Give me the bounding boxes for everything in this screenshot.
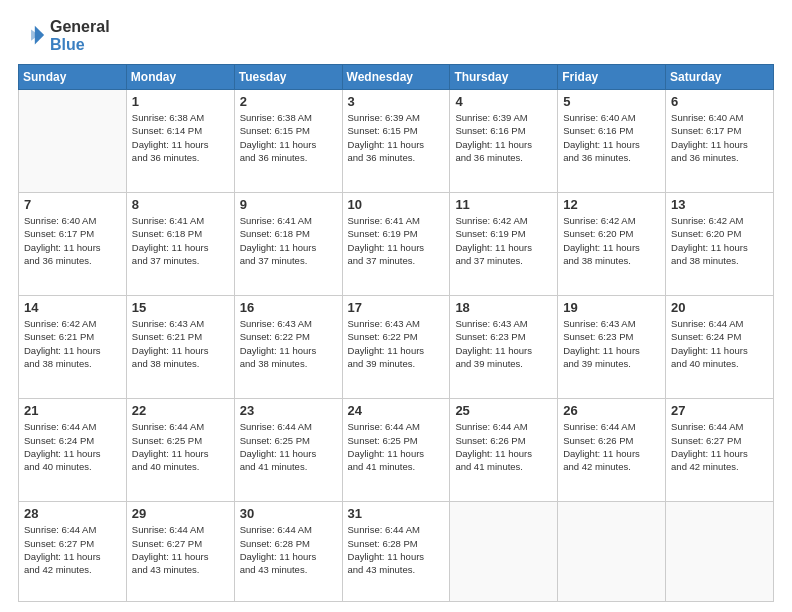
day-info: Sunrise: 6:43 AM Sunset: 6:23 PM Dayligh…	[455, 317, 552, 370]
day-info: Sunrise: 6:43 AM Sunset: 6:22 PM Dayligh…	[348, 317, 445, 370]
calendar-cell: 14Sunrise: 6:42 AM Sunset: 6:21 PM Dayli…	[19, 296, 127, 399]
day-info: Sunrise: 6:44 AM Sunset: 6:27 PM Dayligh…	[671, 420, 768, 473]
day-number: 5	[563, 94, 660, 109]
day-info: Sunrise: 6:41 AM Sunset: 6:19 PM Dayligh…	[348, 214, 445, 267]
calendar-cell: 18Sunrise: 6:43 AM Sunset: 6:23 PM Dayli…	[450, 296, 558, 399]
calendar-cell: 30Sunrise: 6:44 AM Sunset: 6:28 PM Dayli…	[234, 502, 342, 602]
day-number: 8	[132, 197, 229, 212]
day-number: 18	[455, 300, 552, 315]
day-info: Sunrise: 6:44 AM Sunset: 6:25 PM Dayligh…	[132, 420, 229, 473]
weekday-header-sunday: Sunday	[19, 65, 127, 90]
weekday-header-wednesday: Wednesday	[342, 65, 450, 90]
day-info: Sunrise: 6:44 AM Sunset: 6:27 PM Dayligh…	[132, 523, 229, 576]
calendar-cell	[666, 502, 774, 602]
day-number: 3	[348, 94, 445, 109]
day-info: Sunrise: 6:44 AM Sunset: 6:28 PM Dayligh…	[348, 523, 445, 576]
calendar-table: SundayMondayTuesdayWednesdayThursdayFrid…	[18, 64, 774, 602]
day-info: Sunrise: 6:38 AM Sunset: 6:15 PM Dayligh…	[240, 111, 337, 164]
calendar-cell: 4Sunrise: 6:39 AM Sunset: 6:16 PM Daylig…	[450, 90, 558, 193]
day-info: Sunrise: 6:40 AM Sunset: 6:17 PM Dayligh…	[24, 214, 121, 267]
day-number: 13	[671, 197, 768, 212]
day-number: 19	[563, 300, 660, 315]
day-info: Sunrise: 6:38 AM Sunset: 6:14 PM Dayligh…	[132, 111, 229, 164]
day-number: 30	[240, 506, 337, 521]
calendar-week-row: 14Sunrise: 6:42 AM Sunset: 6:21 PM Dayli…	[19, 296, 774, 399]
day-number: 24	[348, 403, 445, 418]
day-number: 16	[240, 300, 337, 315]
day-number: 7	[24, 197, 121, 212]
calendar-cell: 5Sunrise: 6:40 AM Sunset: 6:16 PM Daylig…	[558, 90, 666, 193]
calendar-cell: 12Sunrise: 6:42 AM Sunset: 6:20 PM Dayli…	[558, 193, 666, 296]
day-number: 31	[348, 506, 445, 521]
calendar-cell: 15Sunrise: 6:43 AM Sunset: 6:21 PM Dayli…	[126, 296, 234, 399]
day-info: Sunrise: 6:42 AM Sunset: 6:20 PM Dayligh…	[563, 214, 660, 267]
weekday-header-tuesday: Tuesday	[234, 65, 342, 90]
calendar-cell: 27Sunrise: 6:44 AM Sunset: 6:27 PM Dayli…	[666, 399, 774, 502]
day-info: Sunrise: 6:42 AM Sunset: 6:20 PM Dayligh…	[671, 214, 768, 267]
day-info: Sunrise: 6:42 AM Sunset: 6:21 PM Dayligh…	[24, 317, 121, 370]
day-number: 1	[132, 94, 229, 109]
day-number: 12	[563, 197, 660, 212]
calendar-cell: 7Sunrise: 6:40 AM Sunset: 6:17 PM Daylig…	[19, 193, 127, 296]
calendar-cell: 13Sunrise: 6:42 AM Sunset: 6:20 PM Dayli…	[666, 193, 774, 296]
calendar-cell: 8Sunrise: 6:41 AM Sunset: 6:18 PM Daylig…	[126, 193, 234, 296]
calendar-cell: 3Sunrise: 6:39 AM Sunset: 6:15 PM Daylig…	[342, 90, 450, 193]
day-info: Sunrise: 6:44 AM Sunset: 6:26 PM Dayligh…	[455, 420, 552, 473]
day-number: 23	[240, 403, 337, 418]
day-info: Sunrise: 6:40 AM Sunset: 6:17 PM Dayligh…	[671, 111, 768, 164]
day-number: 9	[240, 197, 337, 212]
weekday-header-saturday: Saturday	[666, 65, 774, 90]
calendar-cell: 24Sunrise: 6:44 AM Sunset: 6:25 PM Dayli…	[342, 399, 450, 502]
day-number: 27	[671, 403, 768, 418]
day-info: Sunrise: 6:44 AM Sunset: 6:25 PM Dayligh…	[240, 420, 337, 473]
logo: General Blue	[18, 18, 110, 54]
calendar-cell: 1Sunrise: 6:38 AM Sunset: 6:14 PM Daylig…	[126, 90, 234, 193]
day-number: 22	[132, 403, 229, 418]
calendar-cell	[450, 502, 558, 602]
page: General Blue SundayMondayTuesdayWednesda…	[0, 0, 792, 612]
day-info: Sunrise: 6:40 AM Sunset: 6:16 PM Dayligh…	[563, 111, 660, 164]
calendar-cell: 28Sunrise: 6:44 AM Sunset: 6:27 PM Dayli…	[19, 502, 127, 602]
day-info: Sunrise: 6:43 AM Sunset: 6:21 PM Dayligh…	[132, 317, 229, 370]
calendar-cell: 25Sunrise: 6:44 AM Sunset: 6:26 PM Dayli…	[450, 399, 558, 502]
calendar-cell: 2Sunrise: 6:38 AM Sunset: 6:15 PM Daylig…	[234, 90, 342, 193]
calendar-header-row: SundayMondayTuesdayWednesdayThursdayFrid…	[19, 65, 774, 90]
day-info: Sunrise: 6:44 AM Sunset: 6:24 PM Dayligh…	[24, 420, 121, 473]
day-info: Sunrise: 6:39 AM Sunset: 6:16 PM Dayligh…	[455, 111, 552, 164]
calendar-cell: 9Sunrise: 6:41 AM Sunset: 6:18 PM Daylig…	[234, 193, 342, 296]
calendar-cell: 23Sunrise: 6:44 AM Sunset: 6:25 PM Dayli…	[234, 399, 342, 502]
calendar-cell	[19, 90, 127, 193]
day-number: 28	[24, 506, 121, 521]
calendar-cell: 22Sunrise: 6:44 AM Sunset: 6:25 PM Dayli…	[126, 399, 234, 502]
calendar-cell: 6Sunrise: 6:40 AM Sunset: 6:17 PM Daylig…	[666, 90, 774, 193]
day-info: Sunrise: 6:39 AM Sunset: 6:15 PM Dayligh…	[348, 111, 445, 164]
day-info: Sunrise: 6:43 AM Sunset: 6:22 PM Dayligh…	[240, 317, 337, 370]
day-number: 11	[455, 197, 552, 212]
weekday-header-friday: Friday	[558, 65, 666, 90]
day-info: Sunrise: 6:43 AM Sunset: 6:23 PM Dayligh…	[563, 317, 660, 370]
weekday-header-thursday: Thursday	[450, 65, 558, 90]
day-number: 17	[348, 300, 445, 315]
day-info: Sunrise: 6:44 AM Sunset: 6:28 PM Dayligh…	[240, 523, 337, 576]
calendar-cell: 21Sunrise: 6:44 AM Sunset: 6:24 PM Dayli…	[19, 399, 127, 502]
day-info: Sunrise: 6:44 AM Sunset: 6:25 PM Dayligh…	[348, 420, 445, 473]
calendar-cell: 11Sunrise: 6:42 AM Sunset: 6:19 PM Dayli…	[450, 193, 558, 296]
calendar-cell: 17Sunrise: 6:43 AM Sunset: 6:22 PM Dayli…	[342, 296, 450, 399]
calendar-cell: 19Sunrise: 6:43 AM Sunset: 6:23 PM Dayli…	[558, 296, 666, 399]
day-number: 10	[348, 197, 445, 212]
day-info: Sunrise: 6:42 AM Sunset: 6:19 PM Dayligh…	[455, 214, 552, 267]
day-info: Sunrise: 6:44 AM Sunset: 6:26 PM Dayligh…	[563, 420, 660, 473]
day-number: 6	[671, 94, 768, 109]
calendar-week-row: 1Sunrise: 6:38 AM Sunset: 6:14 PM Daylig…	[19, 90, 774, 193]
calendar-cell: 20Sunrise: 6:44 AM Sunset: 6:24 PM Dayli…	[666, 296, 774, 399]
logo-text: General Blue	[50, 18, 110, 54]
calendar-week-row: 28Sunrise: 6:44 AM Sunset: 6:27 PM Dayli…	[19, 502, 774, 602]
day-number: 21	[24, 403, 121, 418]
day-number: 26	[563, 403, 660, 418]
generalblue-logo-icon	[18, 22, 46, 50]
header: General Blue	[18, 18, 774, 54]
day-info: Sunrise: 6:41 AM Sunset: 6:18 PM Dayligh…	[240, 214, 337, 267]
day-number: 15	[132, 300, 229, 315]
calendar-cell: 16Sunrise: 6:43 AM Sunset: 6:22 PM Dayli…	[234, 296, 342, 399]
calendar-cell: 31Sunrise: 6:44 AM Sunset: 6:28 PM Dayli…	[342, 502, 450, 602]
